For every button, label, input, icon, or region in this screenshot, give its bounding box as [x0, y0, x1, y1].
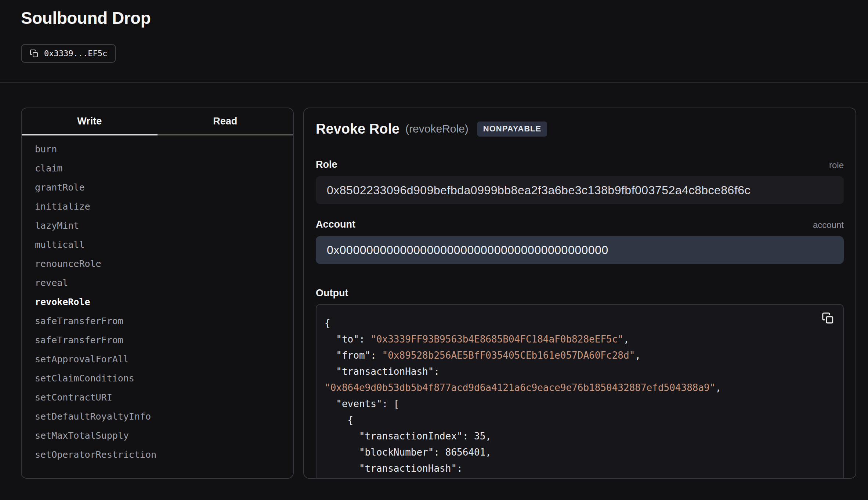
code-line: "0x864e9d0b53db5b4f877acd9d6a4121a6c9eac… — [325, 380, 832, 396]
function-item-setOperatorRestriction[interactable]: setOperatorRestriction — [22, 445, 293, 464]
account-input[interactable] — [316, 236, 844, 264]
tab-bar: Write Read — [22, 108, 293, 135]
function-item-setContractURI[interactable]: setContractURI — [22, 388, 293, 407]
code-line: "blockNumber": 8656401, — [325, 444, 832, 460]
function-item-multicall[interactable]: multicall — [22, 235, 293, 254]
role-field-group: Role role — [316, 159, 844, 204]
code-line: "transactionIndex": 35, — [325, 428, 832, 444]
account-field-hint: account — [813, 220, 844, 230]
output-section: Output { "to": "0x3339FF93B9563b4E8685B0… — [316, 287, 844, 479]
function-title: Revoke Role — [316, 121, 399, 137]
role-input[interactable] — [316, 176, 844, 204]
code-line: "events": [ — [325, 396, 832, 412]
function-item-revokeRole[interactable]: revokeRole — [22, 293, 293, 312]
function-list: burn claim grantRole initialize lazyMint… — [22, 135, 293, 469]
function-item-burn[interactable]: burn — [22, 140, 293, 159]
function-item-safeTransferFrom[interactable]: safeTransferFrom — [22, 312, 293, 331]
function-item-safeTransferFrom-2[interactable]: safeTransferFrom — [22, 331, 293, 350]
role-field-label: Role — [316, 159, 337, 170]
code-line: "from": "0x89528b256AE5BfF035405CEb161e0… — [325, 347, 832, 363]
output-code-block: { "to": "0x3339FF93B9563b4E8685B04FC184a… — [316, 304, 844, 479]
copy-icon — [30, 49, 39, 58]
function-item-setApprovalForAll[interactable]: setApprovalForAll — [22, 350, 293, 369]
function-name: (revokeRole) — [405, 123, 469, 135]
function-item-setDefaultRoyaltyInfo[interactable]: setDefaultRoyaltyInfo — [22, 407, 293, 426]
function-item-reveal[interactable]: reveal — [22, 273, 293, 293]
output-code: { "to": "0x3339FF93B9563b4E8685B04FC184a… — [325, 315, 832, 477]
contract-address-label: 0x3339...EF5c — [44, 49, 107, 58]
role-field-hint: role — [829, 160, 844, 170]
mutability-badge: NONPAYABLE — [477, 122, 547, 137]
function-header: Revoke Role (revokeRole) NONPAYABLE — [316, 120, 844, 138]
page-header: Soulbound Drop 0x3339...EF5c — [0, 0, 868, 83]
account-field-group: Account account — [316, 219, 844, 264]
function-detail-card: Revoke Role (revokeRole) NONPAYABLE Role… — [303, 108, 856, 479]
function-item-claim[interactable]: claim — [22, 159, 293, 178]
function-item-setClaimConditions[interactable]: setClaimConditions — [22, 369, 293, 388]
function-item-grantRole[interactable]: grantRole — [22, 178, 293, 197]
copy-icon — [822, 312, 834, 325]
tab-read[interactable]: Read — [158, 108, 293, 135]
contract-explorer: Write Read burn claim grantRole initiali… — [0, 83, 868, 479]
contract-address-badge[interactable]: 0x3339...EF5c — [21, 44, 116, 63]
code-line: "transactionHash": — [325, 460, 832, 477]
function-item-setMaxTotalSupply[interactable]: setMaxTotalSupply — [22, 426, 293, 445]
account-field-label: Account — [316, 219, 355, 230]
function-item-lazyMint[interactable]: lazyMint — [22, 216, 293, 235]
code-line: "to": "0x3339FF93B9563b4E8685B04FC184aF0… — [325, 331, 832, 347]
function-item-initialize[interactable]: initialize — [22, 197, 293, 216]
tab-write[interactable]: Write — [22, 108, 158, 135]
code-line: "transactionHash": — [325, 363, 832, 380]
page-title: Soulbound Drop — [21, 8, 847, 28]
function-item-renounceRole[interactable]: renounceRole — [22, 254, 293, 273]
copy-output-button[interactable] — [822, 312, 834, 326]
function-browser-card: Write Read burn claim grantRole initiali… — [21, 108, 294, 479]
output-label: Output — [316, 287, 844, 299]
code-line: { — [325, 315, 832, 331]
code-line: { — [325, 412, 832, 428]
